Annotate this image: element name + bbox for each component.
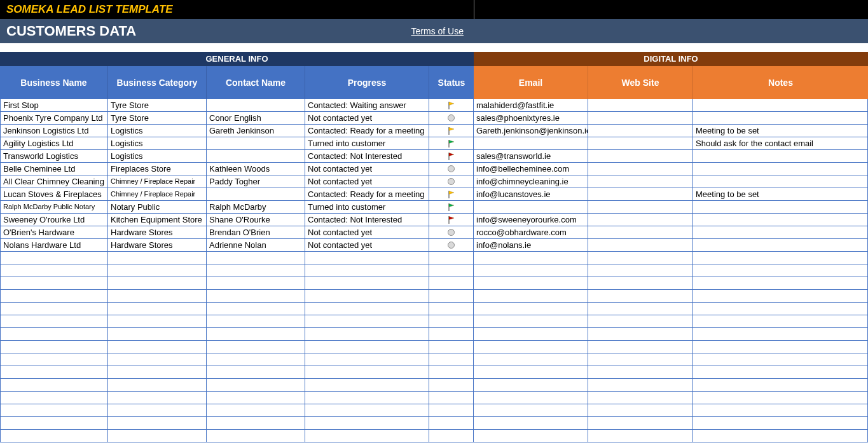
- header-status[interactable]: Status: [429, 66, 474, 99]
- cell-progress[interactable]: [305, 303, 429, 315]
- cell-progress[interactable]: Not contacted yet: [305, 112, 429, 125]
- table-row[interactable]: [0, 430, 868, 442]
- table-row[interactable]: O'Brien's HardwareHardware StoresBrendan…: [0, 226, 868, 239]
- cell-email[interactable]: Gareth.jenkinson@jenkinson.ie: [474, 125, 588, 137]
- cell-business-category[interactable]: [108, 404, 207, 417]
- cell-website[interactable]: [588, 163, 693, 175]
- cell-notes[interactable]: [693, 366, 868, 379]
- cell-website[interactable]: [588, 328, 693, 341]
- cell-status[interactable]: [429, 366, 474, 379]
- cell-progress[interactable]: [305, 379, 429, 392]
- cell-business-name[interactable]: Nolans Hardware Ltd: [0, 239, 108, 252]
- cell-contact-name[interactable]: [207, 315, 305, 328]
- cell-business-category[interactable]: [108, 315, 207, 328]
- cell-status[interactable]: [429, 430, 474, 442]
- cell-website[interactable]: [588, 188, 693, 201]
- cell-email[interactable]: info@bellecheminee.com: [474, 163, 588, 175]
- header-business-name[interactable]: Business Name: [0, 66, 108, 99]
- cell-business-category[interactable]: [108, 341, 207, 353]
- cell-notes[interactable]: [693, 290, 868, 303]
- cell-email[interactable]: sales@transworld.ie: [474, 150, 588, 163]
- cell-progress[interactable]: Contacted: Waiting answer: [305, 99, 429, 112]
- cell-contact-name[interactable]: Shane O'Rourke: [207, 214, 305, 226]
- cell-progress[interactable]: [305, 341, 429, 353]
- cell-status[interactable]: [429, 353, 474, 366]
- cell-business-name[interactable]: [0, 328, 108, 341]
- cell-progress[interactable]: Contacted: Ready for a meeting: [305, 125, 429, 137]
- header-business-category[interactable]: Business Category: [108, 66, 207, 99]
- cell-contact-name[interactable]: [207, 290, 305, 303]
- cell-notes[interactable]: [693, 175, 868, 188]
- cell-website[interactable]: [588, 175, 693, 188]
- cell-notes[interactable]: [693, 417, 868, 430]
- cell-contact-name[interactable]: [207, 430, 305, 442]
- cell-business-name[interactable]: [0, 264, 108, 277]
- cell-contact-name[interactable]: [207, 252, 305, 264]
- cell-notes[interactable]: [693, 239, 868, 252]
- table-row[interactable]: [0, 264, 868, 277]
- table-row[interactable]: [0, 353, 868, 366]
- cell-notes[interactable]: [693, 430, 868, 442]
- cell-status[interactable]: [429, 226, 474, 239]
- table-row[interactable]: Sweeney O'rourke LtdKitchen Equipment St…: [0, 214, 868, 226]
- cell-business-category[interactable]: [108, 392, 207, 404]
- cell-notes[interactable]: [693, 163, 868, 175]
- cell-business-name[interactable]: [0, 252, 108, 264]
- cell-email[interactable]: [474, 201, 588, 214]
- cell-business-category[interactable]: [108, 252, 207, 264]
- header-notes[interactable]: Notes: [693, 66, 868, 99]
- cell-email[interactable]: [474, 404, 588, 417]
- cell-business-name[interactable]: Agility Logistics Ltd: [0, 137, 108, 150]
- cell-email[interactable]: sales@phoenixtyres.ie: [474, 112, 588, 125]
- table-row[interactable]: [0, 404, 868, 417]
- table-row[interactable]: [0, 277, 868, 290]
- cell-status[interactable]: [429, 99, 474, 112]
- cell-status[interactable]: [429, 252, 474, 264]
- cell-business-name[interactable]: First Stop: [0, 99, 108, 112]
- cell-website[interactable]: [588, 137, 693, 150]
- cell-contact-name[interactable]: [207, 264, 305, 277]
- cell-contact-name[interactable]: [207, 417, 305, 430]
- cell-email[interactable]: rocco@obhardware.com: [474, 226, 588, 239]
- cell-business-category[interactable]: [108, 303, 207, 315]
- cell-notes[interactable]: [693, 252, 868, 264]
- cell-email[interactable]: [474, 303, 588, 315]
- cell-status[interactable]: [429, 188, 474, 201]
- cell-contact-name[interactable]: [207, 188, 305, 201]
- cell-status[interactable]: [429, 277, 474, 290]
- cell-business-category[interactable]: Logistics: [108, 125, 207, 137]
- cell-business-category[interactable]: Logistics: [108, 137, 207, 150]
- cell-email[interactable]: [474, 430, 588, 442]
- table-row[interactable]: [0, 252, 868, 264]
- cell-website[interactable]: [588, 353, 693, 366]
- cell-notes[interactable]: [693, 328, 868, 341]
- cell-contact-name[interactable]: Ralph McDarby: [207, 201, 305, 214]
- cell-business-category[interactable]: Logistics: [108, 150, 207, 163]
- cell-notes[interactable]: [693, 379, 868, 392]
- cell-business-name[interactable]: Ralph McDarby Public Notary: [0, 201, 108, 214]
- table-row[interactable]: [0, 341, 868, 353]
- cell-progress[interactable]: Turned into customer: [305, 137, 429, 150]
- table-row[interactable]: [0, 417, 868, 430]
- cell-business-category[interactable]: [108, 417, 207, 430]
- cell-website[interactable]: [588, 150, 693, 163]
- table-row[interactable]: [0, 366, 868, 379]
- cell-business-name[interactable]: O'Brien's Hardware: [0, 226, 108, 239]
- cell-email[interactable]: [474, 328, 588, 341]
- table-row[interactable]: First StopTyre StoreContacted: Waiting a…: [0, 99, 868, 112]
- cell-progress[interactable]: [305, 417, 429, 430]
- cell-progress[interactable]: Not contacted yet: [305, 163, 429, 175]
- cell-business-name[interactable]: Jenkinson Logistics Ltd: [0, 125, 108, 137]
- cell-progress[interactable]: Not contacted yet: [305, 239, 429, 252]
- cell-status[interactable]: [429, 404, 474, 417]
- table-row[interactable]: Agility Logistics LtdLogisticsTurned int…: [0, 137, 868, 150]
- cell-contact-name[interactable]: [207, 99, 305, 112]
- cell-notes[interactable]: [693, 214, 868, 226]
- cell-contact-name[interactable]: [207, 277, 305, 290]
- cell-notes[interactable]: [693, 99, 868, 112]
- cell-status[interactable]: [429, 214, 474, 226]
- cell-email[interactable]: info@sweeneyorourke.com: [474, 214, 588, 226]
- header-email[interactable]: Email: [474, 66, 588, 99]
- cell-business-name[interactable]: [0, 404, 108, 417]
- cell-website[interactable]: [588, 214, 693, 226]
